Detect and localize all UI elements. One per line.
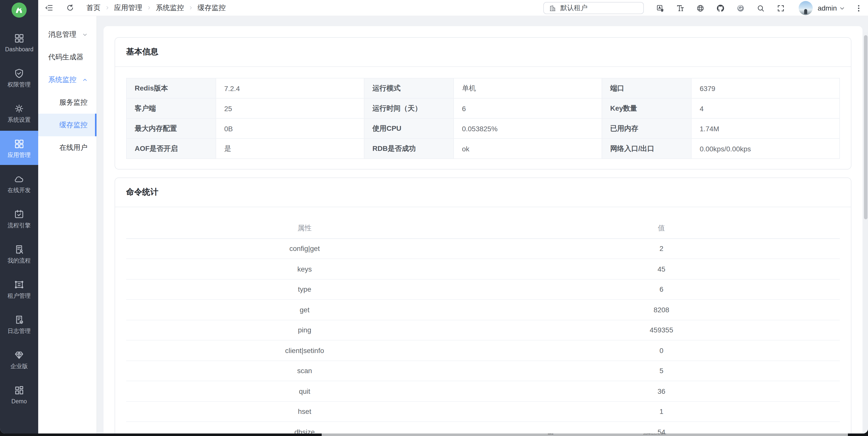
basic-info-row: AOF是否开启是RDB是否成功ok网络入口/出口0.00kps/0.00kps xyxy=(126,139,840,159)
command-name-cell: quit xyxy=(126,381,483,401)
translate-icon[interactable] xyxy=(656,3,665,12)
basic-info-value: 7.2.4 xyxy=(216,78,364,98)
command-value-cell: 36 xyxy=(483,381,840,401)
command-stats-column-header: 属性 xyxy=(126,218,483,238)
sidebar-item-label: 系统设置 xyxy=(7,116,31,122)
sidebar-item-label: 企业版 xyxy=(10,363,28,369)
basic-info-table: Redis版本7.2.4运行模式单机端口6379客户端25运行时间（天）6Key… xyxy=(126,78,840,159)
scrollbar-thumb[interactable] xyxy=(864,35,868,219)
sidebar-item-label: 我的流程 xyxy=(7,257,31,263)
font-size-icon[interactable] xyxy=(676,3,685,12)
gitee-icon[interactable] xyxy=(736,3,745,12)
basic-info-label: 端口 xyxy=(602,78,691,98)
sidebar-item-我的流程[interactable]: 我的流程 xyxy=(0,236,38,270)
grid-icon xyxy=(13,32,25,43)
sidebar-item-label: 权限管理 xyxy=(7,81,31,87)
tenant-select[interactable]: 默认租户 xyxy=(543,2,644,14)
avatar[interactable] xyxy=(799,1,813,15)
basic-info-label: 运行模式 xyxy=(364,78,454,98)
chevron-down-icon xyxy=(83,32,88,37)
submenu-item-5[interactable]: 在线用户 xyxy=(38,136,96,159)
topbar-left: 首页应用管理系统监控缓存监控 xyxy=(44,3,226,12)
sidebar-item-label: 租户管理 xyxy=(7,292,31,298)
basic-info-label: 客户端 xyxy=(126,98,216,118)
github-icon[interactable] xyxy=(716,3,725,12)
screen: 88KB 2024年01月27日 21:37 Dashboard权限管理系统设置… xyxy=(0,0,868,436)
basic-info-value: 6 xyxy=(454,98,602,118)
breadcrumb-item[interactable]: 首页 xyxy=(87,3,100,12)
submenu-item-label: 消息管理 xyxy=(48,30,76,39)
language-globe-icon[interactable] xyxy=(696,3,705,12)
submenu-item-0[interactable]: 消息管理 xyxy=(38,23,96,46)
command-value-cell: 459355 xyxy=(483,320,840,340)
grid-icon xyxy=(13,138,25,149)
submenu-item-2[interactable]: 系统监控 xyxy=(38,68,96,91)
basic-info-label: 最大内存配置 xyxy=(126,118,216,139)
sidebar-item-日志管理[interactable]: 日志管理 xyxy=(0,307,38,341)
sidebar-item-label: Demo xyxy=(11,398,27,404)
command-name-cell: type xyxy=(126,279,483,299)
breadcrumb: 首页应用管理系统监控缓存监控 xyxy=(87,3,226,12)
app-logo[interactable] xyxy=(0,0,38,20)
sidebar-item-dashboard[interactable]: Dashboard xyxy=(0,25,38,59)
basic-info-label: 使用CPU xyxy=(364,118,454,139)
basic-info-row: Redis版本7.2.4运行模式单机端口6379 xyxy=(126,78,840,98)
tenant-select-value: 默认租户 xyxy=(560,3,588,12)
command-stats-title: 命令统计 xyxy=(126,187,158,198)
basic-info-value: 0B xyxy=(216,118,364,139)
table-row: dbsize54 xyxy=(126,422,840,434)
basic-info-label: 运行时间（天） xyxy=(364,98,454,118)
more-options-icon[interactable] xyxy=(854,3,863,12)
submenu-item-label: 缓存监控 xyxy=(59,120,88,129)
command-name-cell: get xyxy=(126,299,483,320)
user-menu[interactable]: admin xyxy=(818,4,845,12)
command-stats-card: 命令统计 属性值 config|get2keys45type6get8208pi… xyxy=(115,177,851,434)
command-value-cell: 2 xyxy=(483,238,840,259)
breadcrumb-item[interactable]: 缓存监控 xyxy=(197,3,226,12)
command-name-cell: config|get xyxy=(126,238,483,259)
basic-info-card-header: 基本信息 xyxy=(115,38,851,67)
breadcrumb-item[interactable]: 系统监控 xyxy=(156,3,184,12)
sidebar-item-label: 在线开发 xyxy=(7,187,31,193)
submenu-item-3[interactable]: 服务监控 xyxy=(38,91,96,114)
command-name-cell: hset xyxy=(126,401,483,422)
refresh-icon[interactable] xyxy=(65,3,74,12)
command-value-cell: 8208 xyxy=(483,299,840,320)
command-stats-header-row: 属性值 xyxy=(126,218,840,238)
basic-info-value: 是 xyxy=(216,139,364,159)
sidebar-item-应用管理[interactable]: 应用管理 xyxy=(0,131,38,165)
submenu-item-1[interactable]: 代码生成器 xyxy=(38,46,96,68)
vertical-scrollbar[interactable] xyxy=(864,32,868,434)
user-name: admin xyxy=(818,4,837,12)
fullscreen-icon[interactable] xyxy=(777,3,785,12)
basic-info-value: 6379 xyxy=(691,78,840,98)
topbar-right: 默认租户 admin xyxy=(543,0,863,16)
command-name-cell: dbsize xyxy=(126,422,483,434)
basic-info-label: 网络入口/出口 xyxy=(602,139,691,159)
sidebar-item-demo[interactable]: Demo xyxy=(0,377,38,411)
sidebar-item-在线开发[interactable]: 在线开发 xyxy=(0,166,38,200)
basic-info-card-body: Redis版本7.2.4运行模式单机端口6379客户端25运行时间（天）6Key… xyxy=(115,67,851,169)
secondary-sidebar: 消息管理代码生成器系统监控服务监控缓存监控在线用户 xyxy=(38,16,97,434)
basic-info-row: 客户端25运行时间（天）6Key数量4 xyxy=(126,98,840,118)
sidebar-item-企业版[interactable]: 企业版 xyxy=(0,342,38,376)
table-row: config|get2 xyxy=(126,238,840,259)
command-value-cell: 6 xyxy=(483,279,840,299)
submenu-item-4[interactable]: 缓存监控 xyxy=(38,114,96,136)
search-icon[interactable] xyxy=(756,3,766,12)
submenu-item-label: 在线用户 xyxy=(59,143,88,152)
breadcrumb-separator-icon xyxy=(147,5,151,10)
command-value-cell: 5 xyxy=(483,360,840,381)
collapse-sidebar-icon[interactable] xyxy=(44,3,53,12)
sidebar-item-流程引擎[interactable]: 流程引擎 xyxy=(0,201,38,235)
grid-alt-icon xyxy=(13,384,25,396)
table-row: client|setinfo0 xyxy=(126,340,840,360)
sidebar-item-租户管理[interactable]: 租户管理 xyxy=(0,271,38,306)
table-row: keys45 xyxy=(126,259,840,279)
command-value-cell: 45 xyxy=(483,259,840,279)
app-window: Dashboard权限管理系统设置应用管理在线开发流程引擎我的流程租户管理日志管… xyxy=(0,0,868,434)
breadcrumb-item[interactable]: 应用管理 xyxy=(114,3,142,12)
gear-icon xyxy=(13,103,25,114)
sidebar-item-系统设置[interactable]: 系统设置 xyxy=(0,95,38,130)
sidebar-item-权限管理[interactable]: 权限管理 xyxy=(0,60,38,94)
